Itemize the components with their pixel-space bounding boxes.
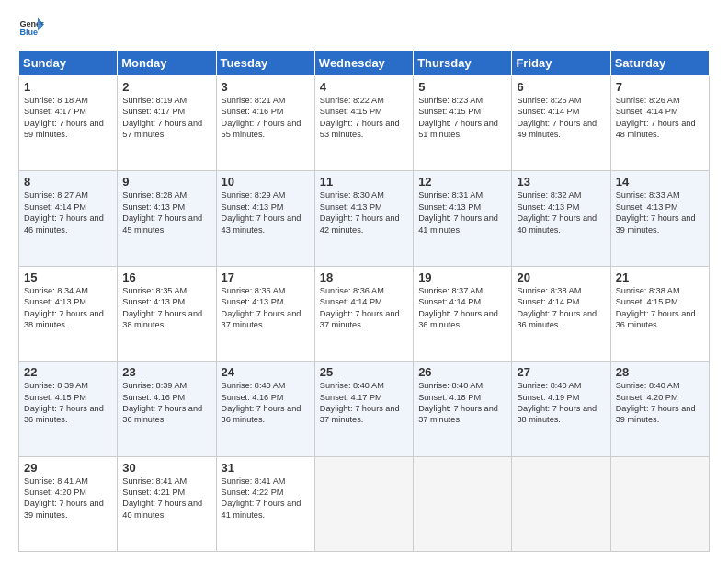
cell-details: Sunrise: 8:36 AMSunset: 4:13 PMDaylight:… — [222, 286, 301, 329]
calendar-cell: 21Sunrise: 8:38 AMSunset: 4:15 PMDayligh… — [610, 266, 709, 361]
day-number: 4 — [320, 80, 409, 94]
calendar-cell: 6Sunrise: 8:25 AMSunset: 4:14 PMDaylight… — [512, 76, 610, 171]
calendar-cell: 5Sunrise: 8:23 AMSunset: 4:15 PMDaylight… — [414, 76, 512, 171]
cell-details: Sunrise: 8:22 AMSunset: 4:15 PMDaylight:… — [320, 96, 400, 139]
cell-details: Sunrise: 8:23 AMSunset: 4:15 PMDaylight:… — [418, 96, 498, 139]
day-number: 12 — [418, 175, 507, 189]
cell-details: Sunrise: 8:39 AMSunset: 4:16 PMDaylight:… — [122, 381, 202, 424]
day-number: 2 — [122, 80, 211, 94]
day-number: 24 — [222, 365, 311, 379]
cell-details: Sunrise: 8:30 AMSunset: 4:13 PMDaylight:… — [320, 190, 400, 234]
calendar-cell — [512, 456, 610, 551]
day-number: 7 — [616, 80, 705, 94]
day-number: 13 — [517, 175, 606, 189]
day-number: 27 — [517, 365, 606, 379]
cell-details: Sunrise: 8:27 AMSunset: 4:14 PMDaylight:… — [24, 190, 104, 234]
day-number: 8 — [24, 175, 113, 189]
cell-details: Sunrise: 8:38 AMSunset: 4:14 PMDaylight:… — [517, 286, 597, 329]
day-number: 5 — [418, 80, 507, 94]
calendar-cell: 1Sunrise: 8:18 AMSunset: 4:17 PMDaylight… — [19, 76, 118, 171]
calendar-cell: 20Sunrise: 8:38 AMSunset: 4:14 PMDayligh… — [512, 266, 610, 361]
cell-details: Sunrise: 8:40 AMSunset: 4:17 PMDaylight:… — [320, 381, 400, 424]
day-number: 14 — [616, 175, 705, 189]
cell-details: Sunrise: 8:36 AMSunset: 4:14 PMDaylight:… — [320, 286, 400, 329]
calendar-cell: 14Sunrise: 8:33 AMSunset: 4:13 PMDayligh… — [610, 171, 709, 266]
cell-details: Sunrise: 8:19 AMSunset: 4:17 PMDaylight:… — [122, 96, 202, 139]
cell-details: Sunrise: 8:25 AMSunset: 4:14 PMDaylight:… — [517, 96, 597, 139]
col-header-tuesday: Tuesday — [216, 51, 314, 76]
calendar-cell: 18Sunrise: 8:36 AMSunset: 4:14 PMDayligh… — [314, 266, 413, 361]
calendar-cell: 7Sunrise: 8:26 AMSunset: 4:14 PMDaylight… — [610, 76, 709, 171]
calendar-cell: 11Sunrise: 8:30 AMSunset: 4:13 PMDayligh… — [314, 171, 413, 266]
calendar-body: 1Sunrise: 8:18 AMSunset: 4:17 PMDaylight… — [19, 76, 710, 552]
calendar-cell: 25Sunrise: 8:40 AMSunset: 4:17 PMDayligh… — [314, 362, 413, 456]
cell-details: Sunrise: 8:41 AMSunset: 4:21 PMDaylight:… — [122, 477, 202, 520]
week-row-3: 15Sunrise: 8:34 AMSunset: 4:13 PMDayligh… — [19, 266, 710, 361]
cell-details: Sunrise: 8:26 AMSunset: 4:14 PMDaylight:… — [616, 96, 696, 139]
cell-details: Sunrise: 8:40 AMSunset: 4:18 PMDaylight:… — [418, 381, 498, 424]
day-number: 3 — [222, 80, 311, 94]
day-number: 20 — [517, 270, 606, 284]
day-number: 25 — [320, 365, 409, 379]
logo-icon: General Blue — [18, 15, 44, 40]
calendar-table: SundayMondayTuesdayWednesdayThursdayFrid… — [18, 50, 710, 552]
day-number: 15 — [24, 270, 113, 284]
col-header-friday: Friday — [512, 51, 610, 76]
cell-details: Sunrise: 8:35 AMSunset: 4:13 PMDaylight:… — [122, 286, 202, 329]
calendar-cell: 23Sunrise: 8:39 AMSunset: 4:16 PMDayligh… — [118, 362, 216, 456]
week-row-2: 8Sunrise: 8:27 AMSunset: 4:14 PMDaylight… — [19, 171, 710, 266]
calendar-cell: 24Sunrise: 8:40 AMSunset: 4:16 PMDayligh… — [216, 362, 314, 456]
day-number: 19 — [418, 270, 507, 284]
day-number: 11 — [320, 175, 409, 189]
calendar-cell: 16Sunrise: 8:35 AMSunset: 4:13 PMDayligh… — [118, 266, 216, 361]
cell-details: Sunrise: 8:40 AMSunset: 4:16 PMDaylight:… — [222, 381, 301, 424]
day-number: 6 — [517, 80, 606, 94]
calendar-cell: 10Sunrise: 8:29 AMSunset: 4:13 PMDayligh… — [216, 171, 314, 266]
calendar-cell: 13Sunrise: 8:32 AMSunset: 4:13 PMDayligh… — [512, 171, 610, 266]
cell-details: Sunrise: 8:38 AMSunset: 4:15 PMDaylight:… — [616, 286, 696, 329]
cell-details: Sunrise: 8:39 AMSunset: 4:15 PMDaylight:… — [24, 381, 104, 424]
calendar-cell — [414, 456, 512, 551]
calendar-header: SundayMondayTuesdayWednesdayThursdayFrid… — [19, 51, 710, 76]
logo: General Blue — [18, 15, 44, 40]
calendar-cell: 19Sunrise: 8:37 AMSunset: 4:14 PMDayligh… — [414, 266, 512, 361]
col-header-monday: Monday — [118, 51, 216, 76]
cell-details: Sunrise: 8:37 AMSunset: 4:14 PMDaylight:… — [418, 286, 498, 329]
day-number: 21 — [616, 270, 705, 284]
cell-details: Sunrise: 8:29 AMSunset: 4:13 PMDaylight:… — [222, 190, 301, 234]
cell-details: Sunrise: 8:41 AMSunset: 4:22 PMDaylight:… — [222, 477, 301, 520]
col-header-thursday: Thursday — [414, 51, 512, 76]
day-number: 23 — [122, 365, 211, 379]
calendar-cell: 17Sunrise: 8:36 AMSunset: 4:13 PMDayligh… — [216, 266, 314, 361]
col-header-wednesday: Wednesday — [314, 51, 413, 76]
calendar-cell: 3Sunrise: 8:21 AMSunset: 4:16 PMDaylight… — [216, 76, 314, 171]
col-header-sunday: Sunday — [19, 51, 118, 76]
cell-details: Sunrise: 8:33 AMSunset: 4:13 PMDaylight:… — [616, 190, 696, 234]
calendar-cell — [610, 456, 709, 551]
cell-details: Sunrise: 8:32 AMSunset: 4:13 PMDaylight:… — [517, 190, 597, 234]
day-number: 26 — [418, 365, 507, 379]
week-row-1: 1Sunrise: 8:18 AMSunset: 4:17 PMDaylight… — [19, 76, 710, 171]
header-row: SundayMondayTuesdayWednesdayThursdayFrid… — [19, 51, 710, 76]
cell-details: Sunrise: 8:31 AMSunset: 4:13 PMDaylight:… — [418, 190, 498, 234]
calendar-cell: 31Sunrise: 8:41 AMSunset: 4:22 PMDayligh… — [216, 456, 314, 551]
col-header-saturday: Saturday — [610, 51, 709, 76]
day-number: 9 — [122, 175, 211, 189]
calendar-cell: 15Sunrise: 8:34 AMSunset: 4:13 PMDayligh… — [19, 266, 118, 361]
day-number: 31 — [222, 461, 311, 475]
day-number: 18 — [320, 270, 409, 284]
calendar-cell: 2Sunrise: 8:19 AMSunset: 4:17 PMDaylight… — [118, 76, 216, 171]
cell-details: Sunrise: 8:41 AMSunset: 4:20 PMDaylight:… — [24, 477, 104, 520]
day-number: 10 — [222, 175, 311, 189]
calendar-cell: 9Sunrise: 8:28 AMSunset: 4:13 PMDaylight… — [118, 171, 216, 266]
cell-details: Sunrise: 8:28 AMSunset: 4:13 PMDaylight:… — [122, 190, 202, 234]
calendar-cell: 30Sunrise: 8:41 AMSunset: 4:21 PMDayligh… — [118, 456, 216, 551]
week-row-4: 22Sunrise: 8:39 AMSunset: 4:15 PMDayligh… — [19, 362, 710, 456]
day-number: 16 — [122, 270, 211, 284]
week-row-5: 29Sunrise: 8:41 AMSunset: 4:20 PMDayligh… — [19, 456, 710, 551]
day-number: 30 — [122, 461, 211, 475]
svg-text:Blue: Blue — [19, 28, 38, 37]
cell-details: Sunrise: 8:40 AMSunset: 4:19 PMDaylight:… — [517, 381, 597, 424]
cell-details: Sunrise: 8:18 AMSunset: 4:17 PMDaylight:… — [24, 96, 104, 139]
cell-details: Sunrise: 8:21 AMSunset: 4:16 PMDaylight:… — [222, 96, 301, 139]
